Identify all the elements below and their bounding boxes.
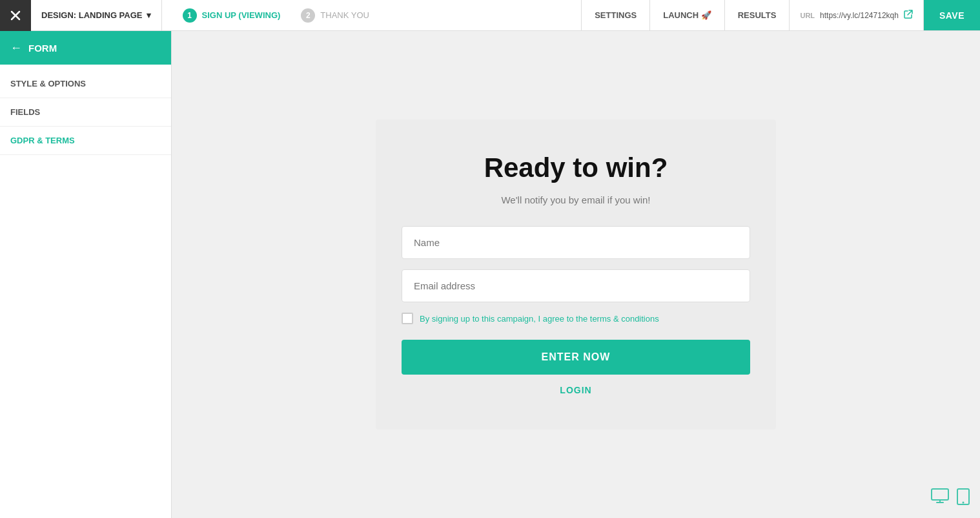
topbar: DESIGN: LANDING PAGE ▾ 1 SIGN UP (VIEWIN… — [0, 0, 980, 31]
name-input[interactable] — [402, 226, 750, 259]
sidebar-item-style-options[interactable]: STYLE & OPTIONS — [0, 70, 171, 98]
terms-checkbox[interactable] — [402, 313, 413, 324]
preview-subtitle: We'll notify you by email if you win! — [501, 194, 650, 205]
url-display: URL https://vy.lc/124712kqh — [790, 0, 923, 30]
preview-title: Ready to win? — [484, 152, 668, 184]
email-field-group — [402, 269, 750, 302]
design-dropdown[interactable]: DESIGN: LANDING PAGE ▾ — [31, 0, 162, 30]
step-thankyou-number: 2 — [301, 8, 315, 23]
url-label: URL — [800, 12, 815, 19]
terms-checkbox-row: By signing up to this campaign, I agree … — [402, 313, 750, 324]
sidebar-item-fields[interactable]: FIELDS — [0, 98, 171, 127]
name-field-group — [402, 226, 750, 259]
step-thankyou[interactable]: 2 THANK YOU — [291, 8, 380, 23]
device-icons — [931, 488, 970, 508]
dropdown-icon: ▾ — [147, 10, 151, 20]
email-input[interactable] — [402, 269, 750, 302]
desktop-icon[interactable] — [931, 488, 949, 508]
svg-point-2 — [963, 502, 965, 504]
main-layout: ← FORM STYLE & OPTIONS FIELDS GDPR & TER… — [0, 31, 980, 518]
url-value: https://vy.lc/124712kqh — [820, 11, 899, 20]
step-signup[interactable]: 1 SIGN UP (VIEWING) — [172, 8, 291, 23]
steps-container: 1 SIGN UP (VIEWING) 2 THANK YOU — [162, 8, 390, 23]
design-label: DESIGN: LANDING PAGE — [41, 10, 143, 20]
sidebar-menu: STYLE & OPTIONS FIELDS GDPR & TERMS — [0, 65, 171, 160]
terms-label[interactable]: By signing up to this campaign, I agree … — [420, 314, 659, 324]
sidebar: ← FORM STYLE & OPTIONS FIELDS GDPR & TER… — [0, 31, 172, 518]
sidebar-title: FORM — [28, 43, 57, 54]
tablet-icon[interactable] — [957, 488, 970, 508]
external-link-icon[interactable] — [904, 10, 913, 21]
step-thankyou-label: THANK YOU — [320, 10, 369, 20]
preview-card: Ready to win? We'll notify you by email … — [376, 119, 776, 430]
close-button[interactable] — [0, 0, 31, 31]
nav-launch[interactable]: LAUNCH 🚀 — [650, 0, 725, 30]
sidebar-header[interactable]: ← FORM — [0, 31, 171, 65]
back-icon: ← — [10, 41, 22, 55]
content-area: Ready to win? We'll notify you by email … — [172, 31, 980, 518]
step-signup-label: SIGN UP (VIEWING) — [202, 10, 281, 20]
svg-rect-0 — [932, 489, 948, 500]
sidebar-item-gdpr-terms[interactable]: GDPR & TERMS — [0, 127, 171, 155]
nav-results[interactable]: RESULTS — [725, 0, 790, 30]
nav-settings[interactable]: SETTINGS — [582, 0, 650, 30]
save-button[interactable]: SAVE — [924, 0, 980, 30]
step-signup-number: 1 — [183, 8, 197, 23]
login-link[interactable]: LOGIN — [560, 385, 591, 395]
enter-now-button[interactable]: ENTER NOW — [402, 340, 750, 375]
top-nav: SETTINGS LAUNCH 🚀 RESULTS URL https://vy… — [581, 0, 980, 30]
